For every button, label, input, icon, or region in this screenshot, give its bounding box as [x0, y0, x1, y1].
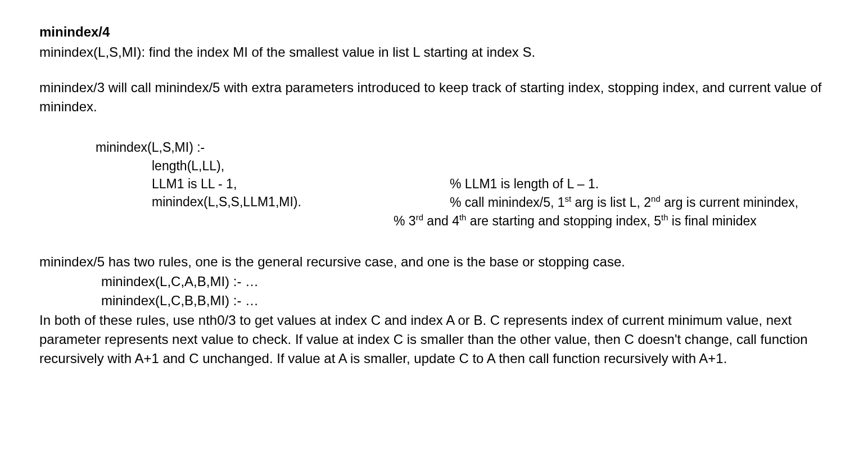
- paragraph-4: In both of these rules, use nth0/3 to ge…: [39, 311, 829, 368]
- code-line-3a: LLM1 is LL - 1,: [96, 175, 450, 193]
- paragraph-3: minindex/5 has two rules, one is the gen…: [39, 252, 829, 271]
- predicate-heading: minindex/4: [39, 22, 829, 42]
- description-line: minindex(L,S,MI): find the index MI of t…: [39, 43, 829, 62]
- code-line-4a: minindex(L,S,S,LLM1,MI).: [96, 193, 450, 211]
- code-line-2: length(L,LL),: [96, 157, 450, 175]
- code-comment-3b: % LLM1 is length of L – 1.: [450, 175, 599, 193]
- rules-block: minindex(L,C,A,B,MI) :- … minindex(L,C,B…: [101, 272, 829, 310]
- code-block: minindex(L,S,MI) :- length(L,LL), LLM1 i…: [96, 138, 829, 229]
- rule-2: minindex(L,C,B,B,MI) :- …: [101, 291, 829, 310]
- code-comment-4b: % call minindex/5, 1st arg is list L, 2n…: [450, 193, 798, 211]
- rule-1: minindex(L,C,A,B,MI) :- …: [101, 272, 829, 291]
- paragraph-2: minindex/3 will call minindex/5 with ext…: [39, 78, 829, 116]
- code-line-5-spacer: [96, 211, 394, 230]
- code-line-1: minindex(L,S,MI) :-: [96, 138, 394, 156]
- code-comment-5: % 3rd and 4th are starting and stopping …: [394, 211, 757, 230]
